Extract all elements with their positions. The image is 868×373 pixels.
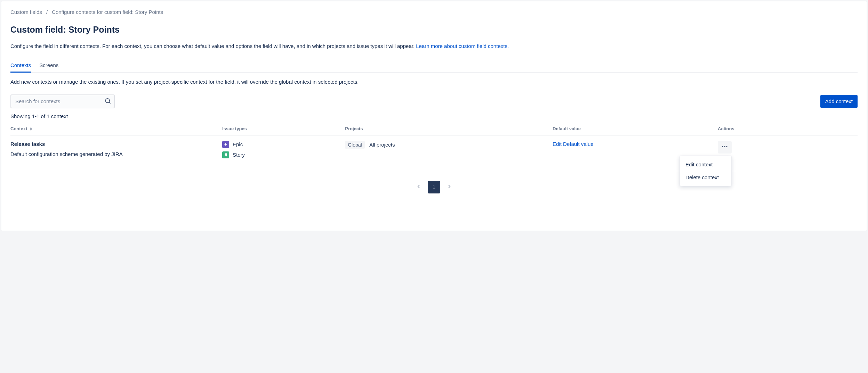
svg-line-1: [109, 102, 110, 103]
learn-more-link[interactable]: Learn more about custom field contexts.: [416, 43, 509, 49]
edit-context-menu-item[interactable]: Edit context: [680, 158, 731, 171]
tabs: Contexts Screens: [10, 60, 858, 73]
epic-icon: [222, 141, 229, 148]
projects-text: All projects: [369, 142, 395, 148]
chevron-left-icon: [416, 183, 422, 191]
sort-icon: ▲▼: [29, 127, 33, 131]
issue-type-label: Epic: [233, 141, 243, 147]
tab-screens[interactable]: Screens: [39, 60, 58, 73]
header-context-label: Context: [10, 126, 27, 131]
result-count: Showing 1-1 of 1 context: [10, 113, 858, 119]
page-title: Custom field: Story Points: [10, 25, 858, 35]
next-page-button[interactable]: [443, 181, 456, 193]
tab-contexts[interactable]: Contexts: [10, 60, 31, 73]
toolbar: Add context: [10, 94, 858, 108]
header-projects: Projects: [345, 123, 553, 135]
breadcrumb-parent-link[interactable]: Custom fields: [10, 9, 42, 15]
svg-point-0: [105, 98, 110, 102]
story-icon: [222, 151, 229, 158]
delete-context-menu-item[interactable]: Delete context: [680, 171, 731, 184]
context-name: Release tasks: [10, 141, 219, 147]
header-context[interactable]: Context ▲▼: [10, 123, 222, 135]
breadcrumb-separator: /: [46, 9, 48, 15]
edit-default-value-link[interactable]: Edit Default value: [553, 141, 594, 147]
breadcrumb: Custom fields / Configure contexts for c…: [10, 9, 858, 15]
page-description: Configure the field in different context…: [10, 42, 858, 50]
header-default-value: Default value: [553, 123, 718, 135]
table-row: Release tasks Default configuration sche…: [10, 135, 858, 171]
context-description: Default configuration scheme generated b…: [10, 150, 125, 158]
issue-type-label: Story: [233, 152, 245, 158]
svg-point-2: [722, 146, 723, 147]
prev-page-button[interactable]: [412, 181, 425, 193]
more-icon: [721, 143, 728, 151]
chevron-right-icon: [446, 183, 452, 191]
more-actions-button[interactable]: [718, 141, 732, 154]
issue-type-row: Story: [222, 151, 342, 158]
search-input[interactable]: [10, 94, 115, 108]
actions-dropdown: Edit context Delete context: [680, 156, 732, 186]
tab-description: Add new contexts or manage the existing …: [10, 79, 858, 85]
svg-point-3: [724, 146, 725, 147]
header-actions: Actions: [718, 123, 858, 135]
page-1-button[interactable]: 1: [428, 181, 440, 193]
header-issue-types: Issue types: [222, 123, 345, 135]
description-text: Configure the field in different context…: [10, 43, 416, 49]
search-box: [10, 94, 115, 108]
global-badge: Global: [345, 141, 364, 149]
breadcrumb-current: Configure contexts for custom field: Sto…: [52, 9, 163, 15]
issue-type-row: Epic: [222, 141, 342, 148]
svg-point-4: [726, 146, 727, 147]
contexts-table: Context ▲▼ Issue types Projects Default …: [10, 123, 858, 171]
add-context-button[interactable]: Add context: [820, 95, 858, 108]
search-icon: [104, 97, 111, 105]
